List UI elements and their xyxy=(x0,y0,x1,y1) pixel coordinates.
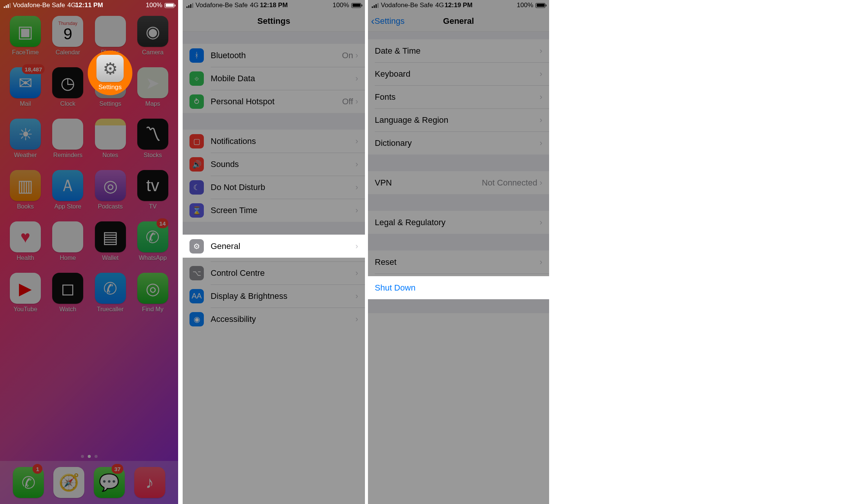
app-truecaller[interactable]: ✆Truecaller xyxy=(93,273,127,313)
app-calendar[interactable]: Thursday9Calendar xyxy=(51,16,85,56)
app-mail[interactable]: ✉18,487Mail xyxy=(8,67,42,107)
row-date-time[interactable]: Date & Time› xyxy=(368,39,549,62)
moon-icon: ☾ xyxy=(189,180,204,195)
chevron-right-icon: › xyxy=(355,241,358,251)
page-title: General xyxy=(443,16,474,26)
battery-icon xyxy=(351,3,361,8)
chevron-right-icon: › xyxy=(540,46,542,56)
row-display[interactable]: AADisplay & Brightness› xyxy=(183,284,365,308)
row-control-centre[interactable]: ⌥Control Centre› xyxy=(183,261,365,284)
reminders-icon: ⋮ xyxy=(52,119,83,150)
home-icon: ⌂ xyxy=(52,221,83,252)
row-reset[interactable]: Reset› xyxy=(368,250,549,274)
antenna-icon: ⟐ xyxy=(189,71,204,86)
app-stocks[interactable]: 〽Stocks xyxy=(136,119,170,159)
row-language[interactable]: Language & Region› xyxy=(368,108,549,131)
clock-icon: ◷ xyxy=(52,67,83,98)
row-mobile-data[interactable]: ⟐Mobile Data› xyxy=(183,67,365,90)
notes-icon xyxy=(95,119,126,150)
app-clock[interactable]: ◷Clock xyxy=(51,67,85,107)
app-facetime[interactable]: ▣FaceTime xyxy=(8,16,42,56)
chevron-right-icon: › xyxy=(540,178,542,188)
dock: ✆1 🧭 💬37 ♪ xyxy=(0,461,178,504)
health-icon: ♥ xyxy=(10,221,41,252)
screenshot-home: Vodafone-Be Safe 4G 12:11 PM 100% ▣FaceT… xyxy=(0,0,178,504)
chevron-right-icon: › xyxy=(540,92,542,102)
weather-icon: ☀ xyxy=(10,119,41,150)
app-books[interactable]: ▥Books xyxy=(8,170,42,210)
row-accessibility[interactable]: ◉Accessibility› xyxy=(183,308,365,331)
chevron-right-icon: › xyxy=(355,182,358,192)
maps-icon: ➤ xyxy=(137,67,168,98)
row-notifications[interactable]: ▢Notifications› xyxy=(183,130,365,153)
status-bar: Vodafone-Be Safe4G 12:18 PM 100% xyxy=(183,0,365,11)
row-keyboard[interactable]: Keyboard› xyxy=(368,62,549,85)
app-watch[interactable]: ◻Watch xyxy=(51,273,85,313)
podcasts-icon: ◎ xyxy=(95,170,126,201)
safari-icon: 🧭 xyxy=(53,467,84,498)
signal-icon xyxy=(186,3,193,8)
signal-icon xyxy=(372,3,379,8)
signal-icon xyxy=(4,3,11,8)
bluetooth-icon: ᚼ xyxy=(189,48,204,63)
app-weather[interactable]: ☀Weather xyxy=(8,119,42,159)
calendar-icon: Thursday9 xyxy=(52,16,83,47)
status-bar: Vodafone-Be Safe 4G 12:11 PM 100% xyxy=(0,0,178,11)
page-dots xyxy=(0,455,178,458)
chevron-right-icon: › xyxy=(540,138,542,148)
battery-percent: 100% xyxy=(146,2,162,9)
app-wallet[interactable]: ▤Wallet xyxy=(93,221,127,261)
hourglass-icon: ⌛ xyxy=(189,203,204,218)
row-general[interactable]: ⚙General› xyxy=(183,235,365,258)
app-home[interactable]: ⌂Home xyxy=(51,221,85,261)
row-fonts[interactable]: Fonts› xyxy=(368,85,549,108)
chevron-right-icon: › xyxy=(540,218,542,227)
gear-icon: ⚙ xyxy=(189,239,204,254)
app-maps[interactable]: ➤Maps xyxy=(136,67,170,107)
app-appstore[interactable]: ＡApp Store xyxy=(51,170,85,210)
app-reminders[interactable]: ⋮Reminders xyxy=(51,119,85,159)
page-title: Settings xyxy=(258,16,290,26)
navbar: ‹Settings General xyxy=(368,11,549,32)
chevron-right-icon: › xyxy=(355,159,358,169)
navbar: Settings xyxy=(183,11,365,32)
app-whatsapp[interactable]: ✆14WhatsApp xyxy=(136,221,170,261)
row-dnd[interactable]: ☾Do Not Disturb› xyxy=(183,176,365,199)
app-health[interactable]: ♥Health xyxy=(8,221,42,261)
dock-safari[interactable]: 🧭 xyxy=(53,467,84,498)
row-hotspot[interactable]: ⥁Personal HotspotOff› xyxy=(183,90,365,113)
app-podcasts[interactable]: ◎Podcasts xyxy=(93,170,127,210)
camera-icon: ◉ xyxy=(137,16,168,47)
status-bar: Vodafone-Be Safe4G 12:19 PM 100% xyxy=(368,0,549,11)
network-label: 4G xyxy=(67,2,76,9)
chevron-right-icon: › xyxy=(355,268,358,278)
app-youtube[interactable]: ▶YouTube xyxy=(8,273,42,313)
app-notes[interactable]: Notes xyxy=(93,119,127,159)
app-camera[interactable]: ◉Camera xyxy=(136,16,170,56)
battery-icon xyxy=(165,3,174,8)
truecaller-icon: ✆ xyxy=(95,273,126,304)
highlight-shutdown-row: Shut Down xyxy=(368,276,549,299)
general-list: Date & Time› Keyboard› Fonts› Language &… xyxy=(368,32,549,313)
chevron-right-icon: › xyxy=(355,74,358,83)
row-vpn[interactable]: VPNNot Connected› xyxy=(368,171,549,194)
highlight-settings[interactable]: ⚙ Settings xyxy=(88,51,132,95)
app-photos[interactable]: ❖Photos xyxy=(93,16,127,56)
row-shutdown[interactable]: Shut Down xyxy=(368,276,549,299)
appstore-icon: Ａ xyxy=(52,170,83,201)
app-tv[interactable]: tvTV xyxy=(136,170,170,210)
row-legal[interactable]: Legal & Regulatory› xyxy=(368,211,549,234)
chevron-right-icon: › xyxy=(540,69,542,79)
row-bluetooth[interactable]: ᚼBluetoothOn› xyxy=(183,44,365,67)
screenshot-settings: Vodafone-Be Safe4G 12:18 PM 100% Setting… xyxy=(183,0,365,504)
dock-music[interactable]: ♪ xyxy=(134,467,165,498)
back-button[interactable]: ‹Settings xyxy=(371,16,405,26)
dock-messages[interactable]: 💬37 xyxy=(94,467,125,498)
display-icon: AA xyxy=(189,289,204,303)
row-dictionary[interactable]: Dictionary› xyxy=(368,131,549,155)
row-sounds[interactable]: 🔊Sounds› xyxy=(183,153,365,176)
row-screentime[interactable]: ⌛Screen Time› xyxy=(183,199,365,222)
findmy-icon: ◎ xyxy=(137,273,168,304)
app-findmy[interactable]: ◎Find My xyxy=(136,273,170,313)
dock-phone[interactable]: ✆1 xyxy=(13,467,44,498)
